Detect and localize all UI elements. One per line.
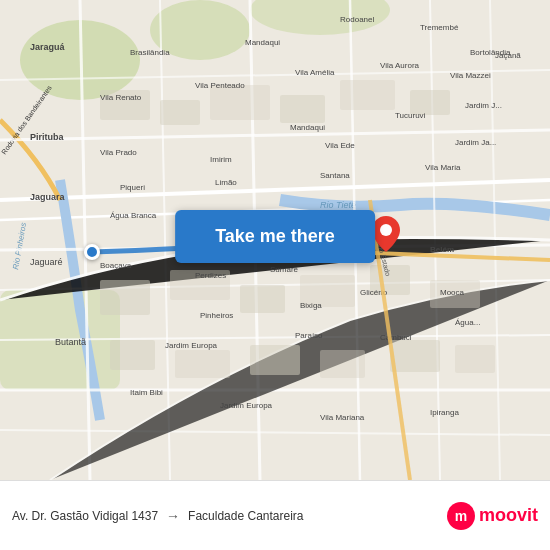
- svg-text:Mandaqui: Mandaqui: [290, 123, 325, 132]
- svg-text:Vila Renato: Vila Renato: [100, 93, 142, 102]
- svg-text:Vila Prado: Vila Prado: [100, 148, 137, 157]
- svg-text:Brasilândia: Brasilândia: [130, 48, 170, 57]
- svg-text:Rodoanel: Rodoanel: [340, 15, 374, 24]
- svg-rect-25: [160, 100, 200, 125]
- svg-text:Jaraguá: Jaraguá: [30, 42, 66, 52]
- svg-text:Boaçava: Boaçava: [100, 261, 132, 270]
- svg-rect-30: [100, 280, 150, 315]
- arrow-icon: →: [166, 508, 180, 524]
- svg-text:Vila Mariana: Vila Mariana: [320, 413, 365, 422]
- svg-text:Jardim Europa: Jardim Europa: [220, 401, 273, 410]
- svg-text:Jaguaré: Jaguaré: [30, 257, 63, 267]
- svg-text:Mooca: Mooca: [440, 288, 465, 297]
- map-container: Rio Tietê Rio Pinheiros Rodovia dos Band…: [0, 0, 550, 480]
- svg-text:Vila Mazzei: Vila Mazzei: [450, 71, 491, 80]
- destination-marker: [372, 216, 400, 256]
- svg-text:Água Branca: Água Branca: [110, 211, 157, 220]
- svg-text:Imirim: Imirim: [210, 155, 232, 164]
- svg-text:Ipiranga: Ipiranga: [430, 408, 459, 417]
- svg-rect-32: [240, 285, 285, 313]
- svg-text:Jardim Europa: Jardim Europa: [165, 341, 218, 350]
- svg-text:Limão: Limão: [215, 178, 237, 187]
- svg-rect-40: [390, 340, 440, 372]
- moovit-logo: m moovit: [447, 502, 538, 530]
- svg-rect-41: [455, 345, 495, 373]
- svg-text:Santana: Santana: [320, 171, 350, 180]
- svg-text:Sumaré: Sumaré: [270, 265, 299, 274]
- svg-point-89: [380, 224, 392, 236]
- svg-text:Pirituba: Pirituba: [30, 132, 64, 142]
- svg-text:Piqueri: Piqueri: [120, 183, 145, 192]
- svg-text:Tremembé: Tremembé: [420, 23, 459, 32]
- svg-text:Vila Penteado: Vila Penteado: [195, 81, 245, 90]
- take-me-there-button[interactable]: Take me there: [175, 210, 375, 263]
- svg-text:Paraíso: Paraíso: [295, 331, 323, 340]
- svg-rect-38: [250, 345, 300, 375]
- svg-rect-27: [280, 95, 325, 123]
- svg-text:Belém: Belém: [430, 245, 454, 254]
- to-location: Faculdade Cantareira: [188, 509, 303, 523]
- svg-text:Mandaqui: Mandaqui: [245, 38, 280, 47]
- svg-text:Perdizes: Perdizes: [195, 271, 226, 280]
- svg-rect-28: [340, 80, 395, 110]
- svg-text:Vila Aurora: Vila Aurora: [380, 61, 420, 70]
- svg-text:Jardim J...: Jardim J...: [465, 101, 502, 110]
- svg-text:Cambuci: Cambuci: [380, 333, 412, 342]
- svg-text:Vila Amélia: Vila Amélia: [295, 68, 335, 77]
- route-info: Av. Dr. Gastão Vidigal 1437 → Faculdade …: [12, 508, 447, 524]
- svg-rect-37: [175, 350, 230, 378]
- svg-text:Jardim Ja...: Jardim Ja...: [455, 138, 496, 147]
- svg-text:Pinheiros: Pinheiros: [200, 311, 233, 320]
- svg-text:Jaguara: Jaguara: [30, 192, 66, 202]
- from-location: Av. Dr. Gastão Vidigal 1437: [12, 509, 158, 523]
- svg-rect-36: [110, 340, 155, 370]
- svg-text:Água...: Água...: [455, 318, 480, 327]
- moovit-icon: m: [447, 502, 475, 530]
- svg-text:Itaim Bibi: Itaim Bibi: [130, 388, 163, 397]
- svg-text:Bixiga: Bixiga: [300, 301, 322, 310]
- svg-text:Vila Ede: Vila Ede: [325, 141, 355, 150]
- svg-text:Butantã: Butantã: [55, 337, 86, 347]
- svg-text:Jaçanã: Jaçanã: [495, 51, 521, 60]
- svg-text:Rio Tietê: Rio Tietê: [320, 200, 356, 210]
- svg-text:Vila Maria: Vila Maria: [425, 163, 461, 172]
- svg-rect-39: [320, 350, 365, 378]
- moovit-text: moovit: [479, 505, 538, 526]
- svg-text:Tucuruvi: Tucuruvi: [395, 111, 426, 120]
- origin-marker: [84, 244, 100, 260]
- svg-rect-26: [210, 85, 270, 120]
- bottom-bar: Av. Dr. Gastão Vidigal 1437 → Faculdade …: [0, 480, 550, 550]
